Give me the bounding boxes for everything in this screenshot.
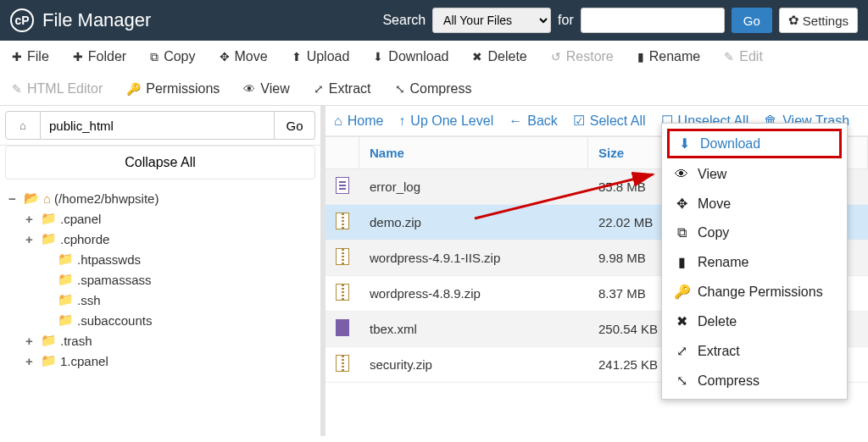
- copy-button[interactable]: ⧉Copy: [138, 41, 207, 73]
- move-icon: ✥: [674, 196, 689, 212]
- plus-icon: ✚: [12, 50, 22, 64]
- settings-button[interactable]: ✿Settings: [779, 8, 858, 33]
- collapse-icon[interactable]: −: [8, 191, 20, 206]
- home-button[interactable]: ⌂: [5, 111, 41, 140]
- context-menu-label: Change Permissions: [698, 285, 823, 300]
- nav-home-button[interactable]: ⌂Home: [334, 113, 383, 129]
- expand-icon[interactable]: +: [25, 212, 37, 226]
- gear-icon: ✿: [788, 13, 799, 28]
- arrow-left-icon: ←: [509, 113, 522, 129]
- rename-icon: ▮: [637, 50, 644, 64]
- col-name[interactable]: Name: [359, 137, 588, 169]
- home-small-icon: ⌂: [43, 191, 51, 206]
- search-go-button[interactable]: Go: [732, 8, 772, 33]
- extract-icon: ⤢: [674, 343, 689, 359]
- expand-icon[interactable]: +: [25, 354, 37, 368]
- collapse-all-button[interactable]: Collapse All: [5, 146, 315, 180]
- extract-button[interactable]: ⤢Extract: [302, 73, 383, 105]
- expand-icon[interactable]: +: [25, 232, 37, 246]
- context-menu-label: Move: [698, 196, 731, 212]
- context-menu-view[interactable]: 👁View: [662, 160, 847, 189]
- folder-icon: 📁: [58, 292, 74, 307]
- tree-node[interactable]: 📁.spamassass: [8, 269, 312, 290]
- home-icon: ⌂: [19, 119, 26, 132]
- context-menu: ⬇Download👁View✥Move⧉Copy▮Rename🔑Change P…: [661, 123, 848, 400]
- file-type-icon: [326, 276, 359, 311]
- tree-node-label: .ssh: [77, 293, 101, 307]
- search-label: Search: [382, 13, 426, 28]
- search-input[interactable]: [581, 8, 725, 33]
- view-button[interactable]: 👁View: [231, 73, 301, 105]
- folder-icon: 📁: [41, 231, 57, 246]
- upload-button[interactable]: ⬆Upload: [280, 41, 362, 73]
- tree-node-label: .subaccounts: [77, 313, 152, 328]
- compress-icon: ⤡: [674, 373, 689, 389]
- file-type-icon: [326, 347, 359, 382]
- delete-button[interactable]: ✖Delete: [460, 41, 538, 73]
- move-icon: ✥: [220, 50, 230, 64]
- context-menu-compress[interactable]: ⤡Compress: [662, 366, 847, 395]
- new-folder-button[interactable]: ✚Folder: [61, 41, 138, 73]
- download-button[interactable]: ⬇Download: [361, 41, 460, 73]
- eye-icon: 👁: [243, 82, 255, 96]
- tree-node[interactable]: 📁.ssh: [8, 290, 312, 310]
- tree-root[interactable]: −📂⌂(/home2/bhwpsite): [8, 188, 312, 208]
- file-name: wordpress-4.9.1-IIS.zip: [359, 243, 588, 273]
- context-menu-label: View: [698, 167, 726, 182]
- context-menu-label: Rename: [698, 255, 748, 270]
- restore-button[interactable]: ↺Restore: [539, 41, 626, 73]
- app-header: cP File Manager Search All Your Files fo…: [0, 0, 868, 41]
- key-icon: 🔑: [126, 82, 141, 96]
- col-icon[interactable]: [326, 137, 359, 169]
- folder-icon: 📁: [58, 312, 74, 328]
- file-type-icon: [326, 240, 359, 275]
- compress-button[interactable]: ⤡Compress: [383, 73, 484, 105]
- tree-node[interactable]: +📁.cpanel: [8, 208, 312, 229]
- new-file-button[interactable]: ✚File: [0, 41, 61, 73]
- tree-node[interactable]: 📁.subaccounts: [8, 310, 312, 330]
- restore-icon: ↺: [551, 50, 561, 64]
- rename-icon: ▮: [674, 254, 689, 270]
- up-one-level-button[interactable]: ↑Up One Level: [398, 113, 493, 129]
- folder-open-icon: 📂: [24, 191, 40, 206]
- move-button[interactable]: ✥Move: [208, 41, 280, 73]
- download-icon: ⬇: [676, 135, 692, 152]
- tree-node[interactable]: +📁1.cpanel: [8, 351, 312, 371]
- folder-tree: −📂⌂(/home2/bhwpsite) +📁.cpanel+📁.cphorde…: [0, 185, 320, 374]
- folder-icon: 📁: [41, 211, 57, 226]
- compress-icon: ⤡: [395, 82, 405, 96]
- context-menu-label: Delete: [698, 314, 737, 329]
- arrow-up-icon: ↑: [398, 113, 405, 129]
- back-button[interactable]: ←Back: [509, 113, 558, 129]
- context-menu-change-permissions[interactable]: 🔑Change Permissions: [662, 277, 847, 307]
- tree-node[interactable]: 📁.htpasswds: [8, 249, 312, 269]
- context-menu-label: Compress: [698, 373, 760, 389]
- permissions-button[interactable]: 🔑Permissions: [114, 73, 231, 105]
- folder-icon: 📁: [41, 353, 57, 368]
- context-menu-move[interactable]: ✥Move: [662, 189, 847, 218]
- context-menu-rename[interactable]: ▮Rename: [662, 247, 847, 277]
- context-menu-copy[interactable]: ⧉Copy: [662, 218, 847, 247]
- tree-node-label: .cphorde: [60, 232, 109, 246]
- file-name: security.zip: [359, 350, 588, 379]
- tree-node-label: .htpasswds: [77, 252, 141, 267]
- rename-button[interactable]: ▮Rename: [626, 41, 712, 73]
- folder-icon: 📁: [41, 333, 57, 348]
- select-all-button[interactable]: ☑Select All: [573, 113, 646, 129]
- context-menu-delete[interactable]: ✖Delete: [662, 307, 847, 336]
- search-scope-select[interactable]: All Your Files: [432, 8, 551, 33]
- pencil-icon: ✎: [724, 50, 734, 64]
- expand-icon[interactable]: +: [25, 334, 37, 348]
- tree-node[interactable]: +📁.trash: [8, 330, 312, 351]
- context-menu-extract[interactable]: ⤢Extract: [662, 336, 847, 366]
- main-toolbar: ✚File ✚Folder ⧉Copy ✥Move ⬆Upload ⬇Downl…: [0, 41, 868, 106]
- context-menu-download[interactable]: ⬇Download: [667, 129, 842, 158]
- path-input[interactable]: [41, 111, 275, 140]
- file-name: wordpress-4.8.9.zip: [359, 279, 588, 308]
- view-icon: 👁: [674, 167, 689, 182]
- edit-button[interactable]: ✎Edit: [712, 41, 775, 73]
- path-go-button[interactable]: Go: [275, 111, 315, 140]
- tree-node[interactable]: +📁.cphorde: [8, 229, 312, 249]
- html-editor-button[interactable]: ✎HTML Editor: [0, 73, 114, 105]
- checkbox-checked-icon: ☑: [573, 113, 585, 129]
